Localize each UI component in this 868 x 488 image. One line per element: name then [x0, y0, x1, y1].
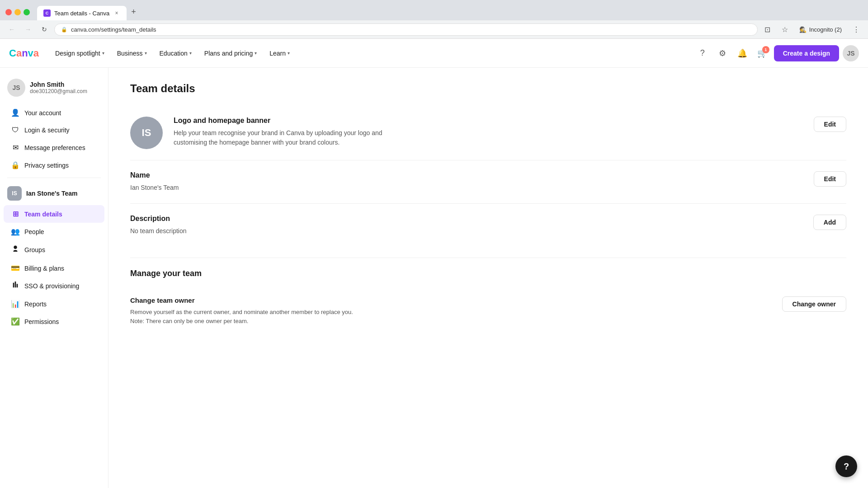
user-avatar: JS — [7, 79, 25, 97]
chevron-down-icon: ▾ — [145, 51, 147, 56]
change-owner-row: Change team owner Remove yourself as the… — [130, 286, 846, 336]
person-icon: 👤 — [11, 108, 20, 117]
sidebar-item-login-security[interactable]: 🛡 Login & security — [4, 122, 104, 139]
sidebar-item-your-account[interactable]: 👤 Your account — [4, 104, 104, 122]
name-section: Name Ian Stone's Team Edit — [130, 160, 846, 203]
user-name: John Smith — [30, 81, 87, 88]
logo-text: Canva — [9, 47, 39, 59]
name-edit-button[interactable]: Edit — [814, 171, 846, 187]
user-avatar-button[interactable]: JS — [843, 45, 859, 61]
team-avatar: IS — [7, 186, 22, 201]
create-design-button[interactable]: Create a design — [774, 45, 839, 61]
sidebar-divider — [7, 178, 101, 178]
top-navigation: Canva Design spotlight ▾ Business ▾ Educ… — [0, 39, 868, 68]
chevron-down-icon: ▾ — [189, 51, 192, 56]
settings-button[interactable]: ⚙ — [714, 45, 731, 61]
help-bubble-button[interactable]: ? — [835, 455, 857, 477]
change-owner-heading: Change team owner — [130, 296, 771, 304]
cart-button[interactable]: 🛒 1 — [754, 45, 770, 61]
description-section: Description No team description Add — [130, 203, 846, 247]
sidebar-item-permissions[interactable]: ✅ Permissions — [4, 313, 104, 330]
description-heading: Description — [130, 215, 802, 223]
incognito-label: Incognito (2) — [809, 26, 842, 33]
sidebar-item-groups[interactable]: Groups — [4, 240, 104, 259]
browser-menu-icon[interactable]: ⋮ — [850, 23, 863, 36]
change-owner-description: Remove yourself as the current owner, an… — [130, 308, 374, 325]
logo-banner-section: IS Logo and homepage banner Help your te… — [130, 106, 846, 160]
logo-banner-description: Help your team recognise your brand in C… — [174, 128, 409, 147]
nav-education[interactable]: Education ▾ — [154, 46, 197, 61]
tab-title: Team details - Canva — [54, 10, 109, 17]
bar-chart-icon: 📊 — [11, 300, 20, 308]
nav-right-actions: ? ⚙ 🔔 🛒 1 Create a design JS — [694, 45, 859, 61]
grid-icon: ⊞ — [11, 210, 20, 218]
url-text: canva.com/settings/team_details — [71, 26, 156, 33]
nav-business[interactable]: Business ▾ — [112, 46, 152, 61]
team-logo-preview: IS — [130, 117, 163, 149]
sidebar-item-privacy-settings[interactable]: 🔒 Privacy settings — [4, 156, 104, 174]
logo-banner-edit-button[interactable]: Edit — [814, 117, 846, 132]
tab-favicon: C — [43, 9, 51, 17]
shield-icon: 🛡 — [11, 126, 20, 134]
new-tab-button[interactable]: + — [127, 4, 141, 20]
forward-button[interactable]: → — [22, 23, 34, 36]
description-info: Description No team description — [130, 215, 802, 236]
lock-icon: 🔒 — [11, 161, 20, 169]
bookmark-icon[interactable]: ☆ — [778, 23, 791, 36]
chevron-down-icon: ▾ — [288, 51, 290, 56]
address-bar-input[interactable]: 🔒 canva.com/settings/team_details — [54, 23, 758, 36]
team-name-value: Ian Stone's Team — [130, 183, 365, 192]
chevron-down-icon: ▾ — [255, 51, 257, 56]
user-info: John Smith doe301200@gmail.com — [30, 81, 87, 94]
notifications-button[interactable]: 🔔 — [734, 45, 750, 61]
group-icon: 👥 — [11, 227, 20, 236]
nav-links: Design spotlight ▾ Business ▾ Education … — [50, 46, 694, 61]
logo-banner-info: Logo and homepage banner Help your team … — [174, 117, 803, 147]
nav-learn[interactable]: Learn ▾ — [264, 46, 295, 61]
chevron-down-icon: ▾ — [102, 51, 104, 56]
refresh-button[interactable]: ↻ — [38, 23, 51, 36]
tab-close-button[interactable]: × — [113, 9, 120, 17]
nav-plans-pricing[interactable]: Plans and pricing ▾ — [199, 46, 262, 61]
sidebar: JS John Smith doe301200@gmail.com 👤 Your… — [0, 68, 108, 488]
name-info: Name Ian Stone's Team — [130, 171, 803, 192]
main-content: Team details IS Logo and homepage banner… — [108, 68, 868, 488]
manage-team-section: Manage your team Change team owner Remov… — [130, 269, 846, 336]
sidebar-item-reports[interactable]: 📊 Reports — [4, 295, 104, 313]
check-circle-icon: ✅ — [11, 317, 20, 326]
sidebar-item-sso-provisioning[interactable]: SSO & provisioning — [4, 277, 104, 295]
name-heading: Name — [130, 171, 803, 179]
manage-team-heading: Manage your team — [130, 269, 846, 278]
description-add-button[interactable]: Add — [813, 215, 846, 230]
page-title: Team details — [130, 82, 846, 95]
sidebar-item-team-details[interactable]: ⊞ Team details — [4, 205, 104, 223]
lock-icon: 🔒 — [61, 27, 67, 33]
window-maximize-button[interactable] — [24, 9, 30, 15]
cart-badge: 1 — [762, 46, 769, 53]
logo-banner-heading: Logo and homepage banner — [174, 117, 803, 125]
sidebar-item-people[interactable]: 👥 People — [4, 223, 104, 240]
window-minimize-button[interactable] — [14, 9, 21, 15]
description-value: No team description — [130, 226, 365, 236]
team-name: Ian Stone's Team — [26, 190, 78, 197]
window-close-button[interactable] — [5, 9, 12, 15]
sidebar-item-message-preferences[interactable]: ✉ Message preferences — [4, 139, 104, 156]
envelope-icon: ✉ — [11, 143, 20, 152]
credit-icon: 💳 — [11, 264, 20, 272]
chart-icon — [11, 282, 20, 291]
incognito-icon: 🕵 — [799, 26, 807, 33]
section-divider — [130, 258, 846, 258]
help-button[interactable]: ? — [694, 45, 711, 61]
groups-icon — [11, 245, 20, 255]
sidebar-user-info: JS John Smith doe301200@gmail.com — [0, 75, 108, 104]
sidebar-team-header: IS Ian Stone's Team — [0, 182, 108, 205]
main-layout: JS John Smith doe301200@gmail.com 👤 Your… — [0, 68, 868, 488]
screen-cast-icon[interactable]: ⊡ — [761, 23, 774, 36]
change-owner-button[interactable]: Change owner — [782, 296, 846, 312]
incognito-button[interactable]: 🕵 Incognito (2) — [796, 24, 845, 35]
nav-design-spotlight[interactable]: Design spotlight ▾ — [50, 46, 110, 61]
sidebar-item-billing-plans[interactable]: 💳 Billing & plans — [4, 259, 104, 277]
back-button[interactable]: ← — [5, 23, 18, 36]
active-tab: C Team details - Canva × — [37, 6, 127, 20]
canva-logo[interactable]: Canva — [9, 47, 39, 59]
